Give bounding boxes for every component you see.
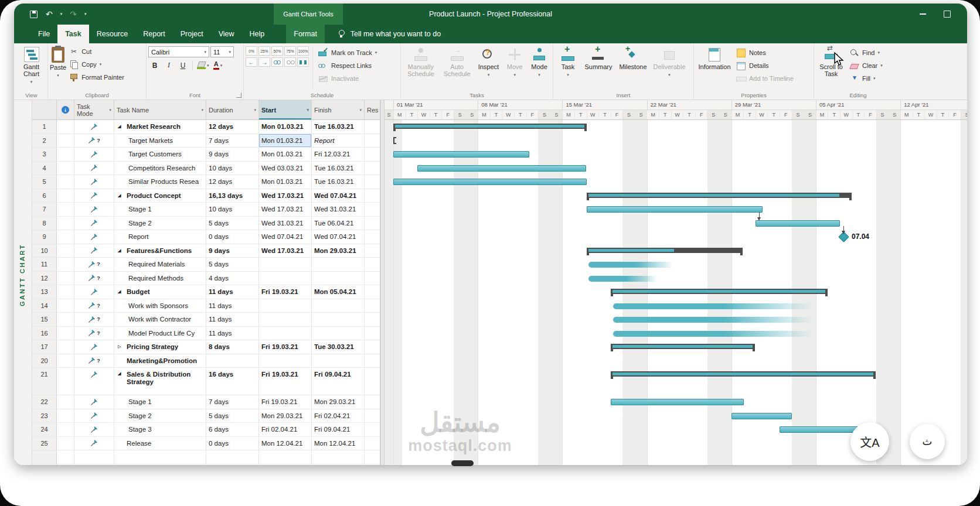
- row-info-cell[interactable]: [57, 450, 74, 464]
- duration-cell[interactable]: 6 days: [206, 423, 259, 436]
- timeline-day-cell[interactable]: T: [430, 110, 442, 119]
- finish-cell[interactable]: Tue 16.03.21: [312, 120, 365, 134]
- gantt-task-bar[interactable]: [731, 413, 792, 419]
- bold-button[interactable]: B: [148, 60, 161, 71]
- task-name-cell[interactable]: Required Methods: [114, 272, 206, 285]
- resources-cell[interactable]: [365, 189, 380, 203]
- timeline-day-cell[interactable]: F: [695, 110, 707, 119]
- row-number-cell[interactable]: 8: [32, 217, 57, 230]
- row-info-cell[interactable]: [57, 464, 74, 466]
- row-number-cell[interactable]: 6: [32, 189, 57, 203]
- row-number-cell[interactable]: [32, 464, 57, 466]
- task-mode-cell[interactable]: [74, 148, 114, 161]
- timeline-day-cell[interactable]: W: [502, 110, 514, 119]
- timeline-day-cell[interactable]: M: [478, 110, 490, 119]
- gantt-summary-bar[interactable]: [611, 289, 828, 294]
- table-row[interactable]: 3Target Customers9 daysMon 01.03.21Fri 1…: [32, 148, 380, 162]
- table-row[interactable]: 4Competitors Research10 daysWed 03.03.21…: [32, 162, 380, 176]
- timeline-day-cell[interactable]: W: [417, 110, 430, 119]
- finish-cell[interactable]: Tue 16.03.21: [312, 162, 365, 175]
- start-cell[interactable]: [259, 354, 312, 368]
- task-mode-cell[interactable]: ?: [74, 134, 114, 148]
- tell-me-box[interactable]: Tell me what you want to do: [338, 25, 441, 43]
- start-cell[interactable]: Mon 01.03.21: [259, 175, 312, 189]
- row-info-cell[interactable]: [57, 272, 74, 285]
- task-name-cell[interactable]: Similar Products Resea: [114, 175, 206, 189]
- auto-schedule-button[interactable]: Auto Schedule: [440, 45, 474, 91]
- duration-cell[interactable]: 0 days: [206, 437, 259, 450]
- insert-summary-button[interactable]: Summary: [582, 45, 615, 91]
- task-name-cell[interactable]: Competitors Research: [114, 162, 206, 175]
- row-number-cell[interactable]: 12: [32, 272, 57, 285]
- row-number-cell[interactable]: 11: [32, 258, 57, 271]
- row-info-cell[interactable]: [57, 299, 74, 313]
- gantt-estimated-bar[interactable]: [588, 262, 673, 268]
- row-number-cell[interactable]: 21: [32, 368, 57, 395]
- finish-cell[interactable]: Fri 02.04.21: [312, 409, 365, 423]
- finish-cell[interactable]: Tue 16.03.21: [312, 175, 365, 189]
- task-name-cell[interactable]: Marketing&Promotion: [114, 354, 206, 368]
- percent-complete-button[interactable]: 50%: [271, 46, 283, 56]
- row-info-cell[interactable]: [57, 258, 74, 271]
- table-row[interactable]: [32, 450, 380, 464]
- timeline-week-label[interactable]: 29 Mar '21: [731, 100, 816, 110]
- finish-cell[interactable]: Fri 09.04.21: [312, 368, 365, 395]
- start-cell[interactable]: Wed 03.03.21: [259, 162, 312, 175]
- task-name-cell[interactable]: Release: [114, 437, 206, 450]
- duration-cell[interactable]: 11 days: [206, 313, 259, 326]
- resources-cell[interactable]: [365, 395, 380, 409]
- task-name-cell[interactable]: Features&Functions: [114, 244, 206, 258]
- gantt-summary-bar[interactable]: [611, 371, 876, 377]
- row-info-cell[interactable]: [57, 148, 74, 161]
- row-info-cell[interactable]: [57, 134, 74, 148]
- copy-button[interactable]: Copy ▾: [67, 58, 126, 70]
- finish-cell[interactable]: Fri 12.03.21: [312, 148, 365, 161]
- task-name-cell[interactable]: Pricing Strategy: [114, 340, 206, 354]
- row-number-cell[interactable]: 20: [32, 354, 57, 368]
- timeline-day-cell[interactable]: M: [900, 110, 913, 119]
- resources-cell[interactable]: [365, 340, 380, 354]
- start-cell[interactable]: Wed 17.03.21: [259, 203, 312, 216]
- task-mode-cell[interactable]: [74, 395, 114, 409]
- finish-cell[interactable]: [312, 313, 365, 326]
- tab-task[interactable]: Task: [57, 25, 89, 43]
- tab-view[interactable]: View: [211, 25, 242, 43]
- finish-cell[interactable]: Mon 29.03.21: [312, 395, 365, 409]
- notes-button[interactable]: Notes: [734, 46, 795, 59]
- resources-cell[interactable]: [365, 423, 380, 436]
- font-size-select[interactable]: 11 ▾: [210, 46, 234, 57]
- task-mode-column-header[interactable]: Task Mode▾: [74, 100, 114, 119]
- redo-icon[interactable]: ↷: [70, 10, 77, 19]
- add-to-timeline-button[interactable]: Add to Timeline: [734, 72, 795, 84]
- start-cell[interactable]: [259, 258, 312, 271]
- find-button[interactable]: Find ▾: [848, 46, 884, 59]
- duration-cell[interactable]: [206, 450, 259, 464]
- finish-cell[interactable]: Mon 05.04.21: [312, 285, 365, 299]
- row-number-cell[interactable]: 5: [32, 175, 57, 189]
- resources-cell[interactable]: [365, 313, 380, 326]
- timeline-day-cell[interactable]: W: [671, 110, 683, 119]
- row-info-cell[interactable]: [57, 368, 74, 395]
- row-info-cell[interactable]: [57, 189, 74, 203]
- row-number-cell[interactable]: 13: [32, 285, 57, 299]
- row-number-cell[interactable]: 22: [32, 395, 57, 409]
- timeline-day-cell[interactable]: S: [550, 110, 563, 119]
- resources-cell[interactable]: [365, 217, 380, 230]
- table-row[interactable]: 10Features&Functions9 daysWed 17.03.21Mo…: [32, 244, 380, 258]
- timeline-day-cell[interactable]: W: [924, 110, 937, 119]
- start-cell[interactable]: Mon 01.03.21: [259, 120, 312, 134]
- timeline-day-cell[interactable]: W: [756, 110, 768, 119]
- timeline-day-cell[interactable]: S: [792, 110, 804, 119]
- gantt-estimated-bar[interactable]: [588, 276, 658, 282]
- gantt-task-bar[interactable]: [756, 220, 840, 227]
- inspect-button[interactable]: Inspect ▾: [475, 45, 502, 91]
- finish-cell[interactable]: [312, 327, 365, 340]
- task-name-cell[interactable]: Stage 3: [114, 423, 206, 436]
- resources-cell[interactable]: [365, 203, 380, 216]
- start-cell[interactable]: Mon 12.04.21: [259, 437, 312, 450]
- pane-splitter[interactable]: [380, 100, 384, 465]
- timeline-day-cell[interactable]: S: [454, 110, 466, 119]
- task-mode-cell[interactable]: [74, 217, 114, 230]
- duration-cell[interactable]: 4 days: [206, 272, 259, 285]
- details-button[interactable]: Details: [734, 59, 795, 71]
